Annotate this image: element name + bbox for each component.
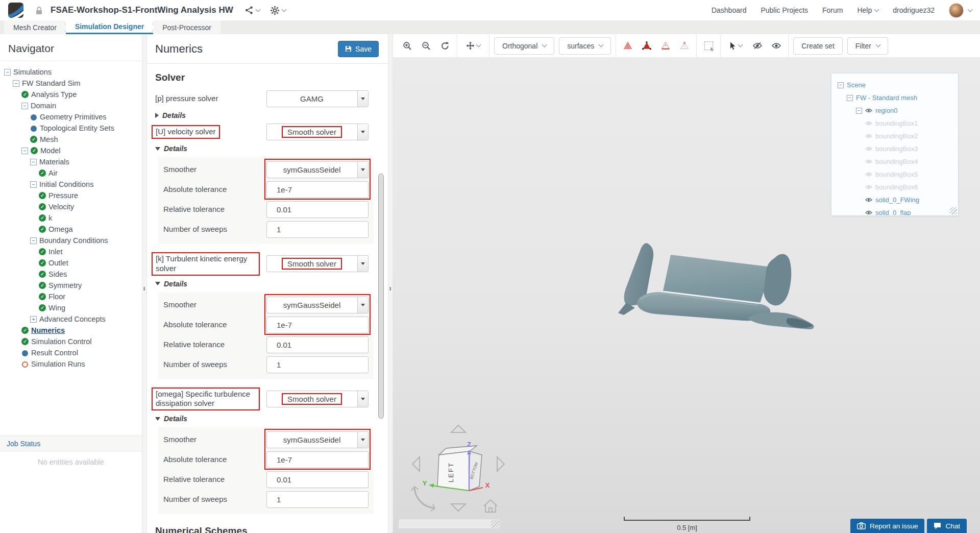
share-button[interactable] xyxy=(244,6,260,15)
tree-item-materials[interactable]: −Materials xyxy=(0,156,142,167)
filter-menu-button[interactable]: Filter xyxy=(847,37,888,55)
avatar[interactable] xyxy=(949,3,964,18)
nav-link-public-projects[interactable]: Public Projects xyxy=(761,6,808,14)
orientation-cube[interactable]: LEFT BOTTOM Z Y X xyxy=(407,423,509,518)
visibility-eye-icon[interactable] xyxy=(865,108,872,113)
details-toggle[interactable]: Details xyxy=(155,280,369,288)
tab-post-processor[interactable]: Post-Processor xyxy=(153,20,220,34)
tree-item-velocity[interactable]: ✓Velocity xyxy=(0,201,142,212)
tree-item-wing[interactable]: ✓Wing xyxy=(0,302,142,313)
select-edges-button[interactable] xyxy=(658,38,673,54)
visibility-eye-icon[interactable] xyxy=(865,120,872,126)
username-label[interactable]: drodriguez32 xyxy=(893,6,935,14)
expand-icon[interactable]: + xyxy=(30,316,37,323)
scene-item-fw-standard-mesh[interactable]: −FW - Standard mesh xyxy=(835,91,955,104)
collapse-icon[interactable]: − xyxy=(847,95,853,101)
rotate-up-arrow[interactable] xyxy=(451,425,465,432)
hide-selection-button[interactable] xyxy=(750,38,765,54)
select-caret-icon[interactable] xyxy=(357,124,368,140)
visibility-eye-icon[interactable] xyxy=(865,172,872,177)
scene-item-label[interactable]: boundingBox4 xyxy=(875,158,918,165)
tree-item-simulation-runs[interactable]: Simulation Runs xyxy=(0,358,142,370)
scene-item-boundingbox1[interactable]: boundingBox1 xyxy=(835,117,955,130)
tree-item-simulation-control[interactable]: ✓Simulation Control xyxy=(0,336,142,347)
collapse-icon[interactable]: − xyxy=(13,80,19,87)
tree-item-analysis-type[interactable]: ✓Analysis Type xyxy=(0,89,142,100)
viewport-canvas[interactable]: −Scene−FW - Standard mesh−region0boundin… xyxy=(393,58,980,533)
nav-link-forum[interactable]: Forum xyxy=(822,6,843,14)
absolute-tolerance-input[interactable]: 1e-7 xyxy=(266,451,369,468)
scene-item-label[interactable]: FW - Standard mesh xyxy=(856,94,917,102)
box-select-button[interactable] xyxy=(701,38,716,54)
solver-select[interactable]: Smooth solver xyxy=(266,124,369,140)
scene-item-boundingbox6[interactable]: boundingBox6 xyxy=(835,181,955,193)
splitter-grip[interactable]: ‖ xyxy=(143,286,146,292)
smoother-select[interactable]: symGaussSeidel xyxy=(266,431,369,448)
select-nodes-button[interactable] xyxy=(677,38,692,54)
tree-item-result-control[interactable]: Result Control xyxy=(0,347,142,358)
relative-tolerance-input[interactable]: 0.01 xyxy=(266,336,369,353)
create-set-button[interactable]: Create set xyxy=(793,37,843,55)
number-of-sweeps-input[interactable]: 1 xyxy=(266,491,369,508)
tab-mesh-creator[interactable]: Mesh Creator xyxy=(4,20,66,34)
tree-item-air[interactable]: ✓Air xyxy=(0,167,142,179)
tree-item-outlet[interactable]: ✓Outlet xyxy=(0,257,142,269)
tree-item-mesh[interactable]: ✓Mesh xyxy=(0,134,142,145)
job-status-header[interactable]: Job Status xyxy=(0,435,142,451)
collapse-icon[interactable]: − xyxy=(838,82,844,88)
relative-tolerance-input[interactable]: 0.01 xyxy=(266,471,369,488)
details-toggle[interactable]: Details xyxy=(155,144,369,153)
tree-item-numerics[interactable]: ✓Numerics xyxy=(0,325,142,336)
collapse-icon[interactable]: − xyxy=(30,237,37,244)
scene-item-label[interactable]: boundingBox6 xyxy=(875,183,918,191)
rotate-right-arrow[interactable] xyxy=(497,457,504,471)
splitter-grip[interactable]: ‖ xyxy=(389,286,392,292)
select-caret-icon[interactable] xyxy=(357,91,368,107)
visibility-eye-icon[interactable] xyxy=(865,159,872,164)
tree-item-simulations[interactable]: −Simulations xyxy=(0,66,142,78)
scene-panel-resize-handle[interactable] xyxy=(950,207,957,214)
scene-item-boundingbox3[interactable]: boundingBox3 xyxy=(835,142,955,155)
tree-item-symmetry[interactable]: ✓Symmetry xyxy=(0,280,142,291)
scene-item-solid-0-flap[interactable]: solid_0_flap xyxy=(835,206,955,216)
tree-item-model[interactable]: −✓Model xyxy=(0,145,142,156)
smoother-select[interactable]: symGaussSeidel xyxy=(266,161,369,178)
solver-select[interactable]: Smooth solver xyxy=(266,391,369,407)
scene-item-scene[interactable]: −Scene xyxy=(835,79,955,91)
panel-scrollbar[interactable] xyxy=(378,100,384,530)
tree-item-initial-conditions[interactable]: −Initial Conditions xyxy=(0,179,142,190)
details-toggle[interactable]: Details xyxy=(155,111,369,119)
collapse-icon[interactable]: − xyxy=(30,181,37,188)
scene-item-label[interactable]: region0 xyxy=(875,107,897,114)
report-issue-button[interactable]: Report an issue xyxy=(850,519,925,533)
collapse-icon[interactable]: − xyxy=(21,103,28,109)
solver-select[interactable]: GAMG xyxy=(266,90,369,107)
scene-item-boundingbox4[interactable]: boundingBox4 xyxy=(835,155,955,168)
help-menu[interactable]: Help xyxy=(857,6,878,14)
visibility-eye-icon[interactable] xyxy=(865,184,872,190)
scrollbar-thumb[interactable] xyxy=(378,174,384,419)
collapse-icon[interactable]: − xyxy=(4,69,11,76)
save-button[interactable]: Save xyxy=(338,41,379,57)
collapse-icon[interactable]: − xyxy=(30,159,37,165)
tree-item-topological-entity-sets[interactable]: Topological Entity Sets xyxy=(0,123,142,134)
scene-item-label[interactable]: boundingBox3 xyxy=(875,145,918,153)
projection-select[interactable]: Orthogonal xyxy=(494,37,554,55)
visibility-eye-icon[interactable] xyxy=(865,146,872,152)
absolute-tolerance-input[interactable]: 1e-7 xyxy=(266,181,369,198)
tree-item-domain[interactable]: −Domain xyxy=(0,100,142,111)
viewport-status-strip[interactable] xyxy=(398,519,500,529)
tree-item-advanced-concepts[interactable]: +Advanced Concepts xyxy=(0,313,142,325)
select-caret-icon[interactable] xyxy=(357,432,368,448)
splitter-navigator-panel[interactable]: ‖ xyxy=(142,34,147,533)
visibility-eye-icon[interactable] xyxy=(865,210,872,215)
scene-item-label[interactable]: boundingBox1 xyxy=(875,119,918,127)
chat-button[interactable]: Chat xyxy=(927,519,967,533)
tree-item-omega[interactable]: ✓Omega xyxy=(0,224,142,235)
roll-arrow[interactable] xyxy=(414,488,434,508)
scene-item-boundingbox5[interactable]: boundingBox5 xyxy=(835,168,955,181)
tree-item-inlet[interactable]: ✓Inlet xyxy=(0,246,142,257)
tab-simulation-designer[interactable]: Simulation Designer xyxy=(66,20,153,34)
select-caret-icon[interactable] xyxy=(357,391,368,407)
number-of-sweeps-input[interactable]: 1 xyxy=(266,221,369,238)
